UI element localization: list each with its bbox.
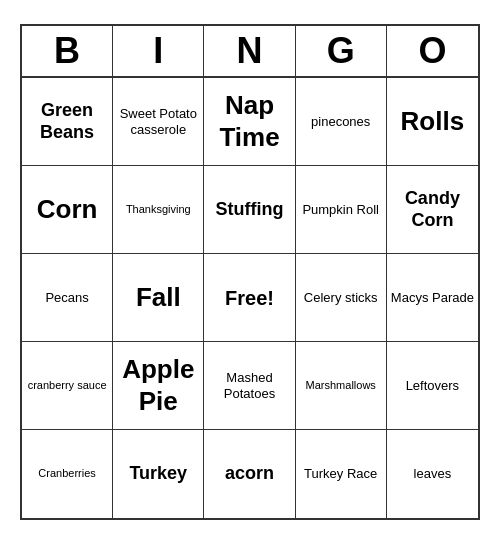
cell-r1-c3: Pumpkin Roll [296,166,387,254]
bingo-header: BINGO [22,26,478,78]
cell-r1-c4: Candy Corn [387,166,478,254]
cell-r0-c3: pinecones [296,78,387,166]
cell-r2-c2: Free! [204,254,295,342]
header-letter-b: B [22,26,113,76]
cell-r0-c2: Nap Time [204,78,295,166]
cell-r2-c4: Macys Parade [387,254,478,342]
cell-r2-c1: Fall [113,254,204,342]
cell-r4-c3: Turkey Race [296,430,387,518]
header-letter-i: I [113,26,204,76]
bingo-grid: Green BeansSweet Potato casseroleNap Tim… [22,78,478,518]
cell-r3-c2: Mashed Potatoes [204,342,295,430]
cell-r1-c1: Thanksgiving [113,166,204,254]
cell-r1-c0: Corn [22,166,113,254]
cell-r0-c4: Rolls [387,78,478,166]
cell-r3-c4: Leftovers [387,342,478,430]
cell-r4-c0: Cranberries [22,430,113,518]
bingo-card: BINGO Green BeansSweet Potato casseroleN… [20,24,480,520]
cell-r0-c1: Sweet Potato casserole [113,78,204,166]
header-letter-n: N [204,26,295,76]
header-letter-o: O [387,26,478,76]
cell-r3-c1: Apple Pie [113,342,204,430]
cell-r4-c1: Turkey [113,430,204,518]
cell-r3-c3: Marshmallows [296,342,387,430]
cell-r2-c0: Pecans [22,254,113,342]
cell-r4-c4: leaves [387,430,478,518]
cell-r2-c3: Celery sticks [296,254,387,342]
cell-r0-c0: Green Beans [22,78,113,166]
cell-r4-c2: acorn [204,430,295,518]
header-letter-g: G [296,26,387,76]
cell-r1-c2: Stuffing [204,166,295,254]
cell-r3-c0: cranberry sauce [22,342,113,430]
